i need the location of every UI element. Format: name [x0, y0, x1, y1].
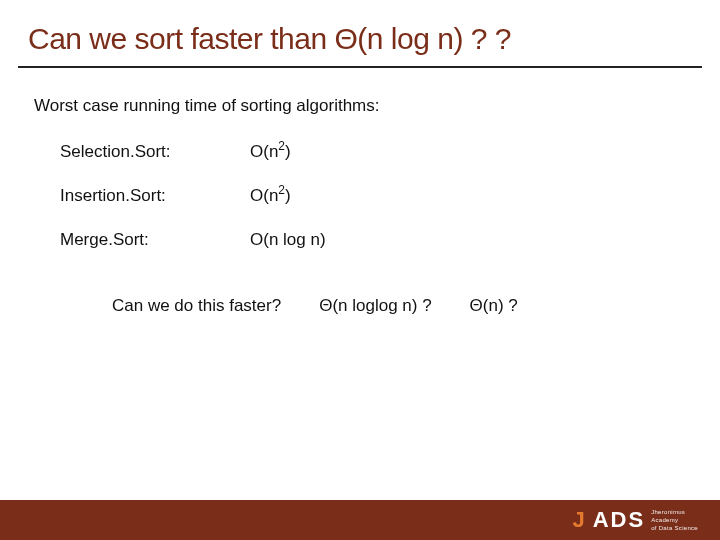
algo-complexity: O(n2) — [250, 186, 291, 206]
logo-sub-line: Academy — [651, 517, 678, 523]
table-row: Merge.Sort: O(n log n) — [60, 230, 686, 250]
comp-suffix: ) — [285, 186, 291, 205]
slide-body: Worst case running time of sorting algor… — [0, 68, 720, 316]
jads-logo: JADS Jheronimus Academy of Data Science — [572, 507, 698, 533]
question-option: Θ(n loglog n) ? — [319, 296, 431, 316]
algo-name: Merge.Sort: — [60, 230, 250, 250]
logo-j: J — [572, 507, 586, 533]
algorithm-table: Selection.Sort: O(n2) Insertion.Sort: O(… — [34, 142, 686, 250]
logo-rest: ADS — [593, 507, 645, 533]
algo-complexity: O(n log n) — [250, 230, 326, 250]
question-option: Θ(n) ? — [470, 296, 518, 316]
footer-bar: JADS Jheronimus Academy of Data Science — [0, 500, 720, 540]
comp-sup: 2 — [278, 139, 285, 153]
page-title: Can we sort faster than Θ(n log n) ? ? — [0, 0, 720, 66]
slide: Can we sort faster than Θ(n log n) ? ? W… — [0, 0, 720, 540]
question-lead: Can we do this faster? — [112, 296, 281, 316]
table-row: Selection.Sort: O(n2) — [60, 142, 686, 162]
algo-name: Selection.Sort: — [60, 142, 250, 162]
table-row: Insertion.Sort: O(n2) — [60, 186, 686, 206]
algo-name: Insertion.Sort: — [60, 186, 250, 206]
comp-sup: 2 — [278, 183, 285, 197]
comp-suffix: ) — [285, 142, 291, 161]
comp-prefix: O(n — [250, 142, 278, 161]
comp-prefix: O(n — [250, 186, 278, 205]
logo-sub-line: of Data Science — [651, 525, 698, 531]
logo-subtitle: Jheronimus Academy of Data Science — [651, 509, 698, 531]
intro-text: Worst case running time of sorting algor… — [34, 96, 686, 116]
logo-sub-line: Jheronimus — [651, 509, 685, 515]
algo-complexity: O(n2) — [250, 142, 291, 162]
question-row: Can we do this faster? Θ(n loglog n) ? Θ… — [34, 296, 686, 316]
comp-prefix: O(n log n) — [250, 230, 326, 249]
